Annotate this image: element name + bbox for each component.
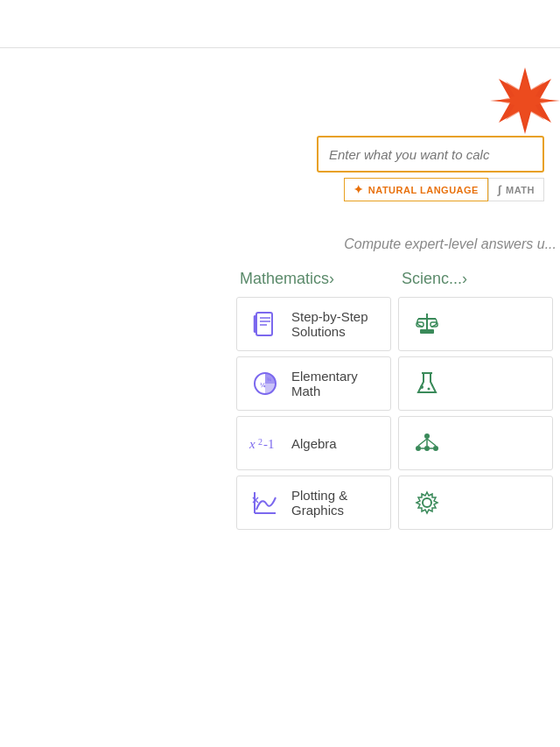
science-column: Scienc...› bbox=[398, 270, 560, 530]
mathematics-items-grid: Step-by-Step Solutions ¼ ¾ Elementary Ma… bbox=[236, 297, 398, 530]
natural-language-label: NATURAL LANGUAGE bbox=[368, 185, 479, 195]
plotting-graphics-card[interactable]: Plotting & Graphics bbox=[236, 476, 391, 530]
math-icon: ∫ bbox=[498, 183, 501, 196]
natural-language-tab[interactable]: ✦ NATURAL LANGUAGE bbox=[344, 178, 488, 201]
math-label: MATH bbox=[506, 185, 535, 195]
elementary-math-card[interactable]: ¼ ¾ Elementary Math bbox=[236, 356, 391, 411]
algebra-icon: x 2 -1 bbox=[249, 427, 281, 459]
gear-icon bbox=[411, 487, 443, 518]
science-title[interactable]: Scienc...› bbox=[398, 270, 560, 288]
svg-point-27 bbox=[424, 433, 430, 439]
step-by-step-label: Step-by-Step Solutions bbox=[291, 309, 378, 339]
plotting-label: Plotting & Graphics bbox=[291, 488, 378, 518]
svg-point-24 bbox=[420, 385, 424, 389]
search-input[interactable] bbox=[317, 136, 544, 173]
categories-row: Mathematics› Step-b bbox=[0, 270, 560, 530]
svg-point-28 bbox=[416, 446, 421, 451]
svg-point-26 bbox=[431, 384, 433, 386]
svg-point-36 bbox=[423, 498, 431, 507]
wolfram-logo bbox=[490, 66, 560, 136]
algebra-label: Algebra bbox=[291, 436, 337, 451]
plot-icon bbox=[249, 487, 281, 518]
svg-text:2: 2 bbox=[258, 437, 262, 447]
star-icon: ✦ bbox=[354, 183, 364, 196]
math-tab[interactable]: ∫ MATH bbox=[488, 178, 544, 201]
svg-point-25 bbox=[428, 388, 430, 391]
svg-line-31 bbox=[418, 439, 427, 446]
algebra-card[interactable]: x 2 -1 Algebra bbox=[236, 416, 391, 470]
svg-text:¾: ¾ bbox=[267, 377, 271, 382]
notebook-icon bbox=[249, 308, 281, 340]
science-items-grid bbox=[398, 297, 560, 530]
svg-text:x: x bbox=[249, 437, 256, 451]
science-item-3-card[interactable] bbox=[398, 416, 553, 470]
scale-icon bbox=[411, 308, 443, 340]
pie-chart-icon: ¼ ¾ bbox=[249, 368, 281, 399]
chemistry-icon bbox=[411, 368, 443, 399]
svg-point-30 bbox=[424, 446, 430, 451]
network-icon bbox=[411, 427, 443, 459]
svg-point-29 bbox=[433, 446, 438, 451]
search-tabs: ✦ NATURAL LANGUAGE ∫ MATH bbox=[344, 178, 544, 201]
svg-line-32 bbox=[427, 439, 436, 446]
elementary-math-label: Elementary Math bbox=[291, 369, 378, 398]
tagline: Compute expert-level answers u... bbox=[0, 236, 556, 252]
science-item-4-card[interactable] bbox=[398, 476, 553, 530]
science-item-1-card[interactable] bbox=[398, 297, 553, 351]
svg-marker-1 bbox=[497, 74, 553, 127]
step-by-step-card[interactable]: Step-by-Step Solutions bbox=[236, 297, 391, 351]
top-navigation-bar bbox=[0, 0, 560, 48]
svg-rect-7 bbox=[254, 315, 256, 333]
mathematics-title[interactable]: Mathematics› bbox=[236, 270, 398, 288]
mathematics-column: Mathematics› Step-b bbox=[236, 270, 398, 530]
search-input-wrapper bbox=[317, 136, 544, 173]
svg-rect-2 bbox=[256, 313, 272, 335]
search-section: ✦ NATURAL LANGUAGE ∫ MATH bbox=[0, 136, 560, 201]
svg-text:-1: -1 bbox=[263, 437, 275, 451]
svg-text:¼: ¼ bbox=[260, 381, 266, 389]
science-item-2-card[interactable] bbox=[398, 356, 553, 411]
main-content: ✦ NATURAL LANGUAGE ∫ MATH Compute expert… bbox=[0, 48, 560, 530]
svg-rect-18 bbox=[420, 329, 434, 334]
